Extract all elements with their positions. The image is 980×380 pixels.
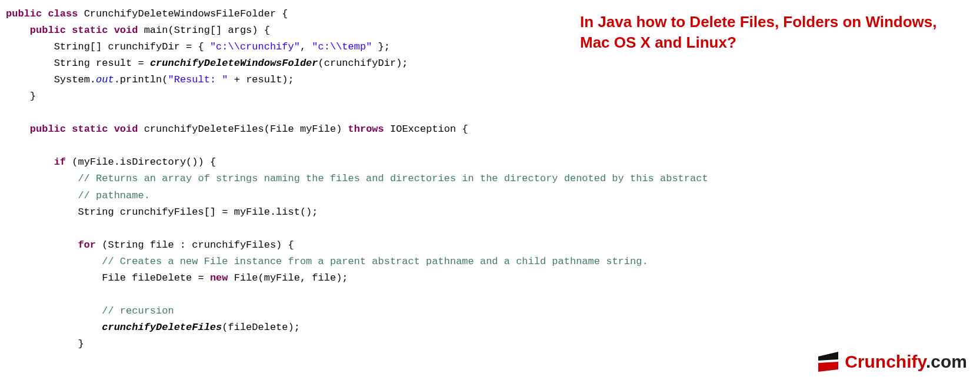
- keyword-static: static: [72, 25, 108, 36]
- keyword-for: for: [78, 239, 96, 251]
- comment-line: // Returns an array of strings naming th…: [78, 173, 708, 184]
- param-args: args: [228, 25, 252, 36]
- method-list: list: [276, 206, 300, 218]
- string-literal: "Result: ": [168, 74, 228, 85]
- page-title: In Java how to Delete Files, Folders on …: [580, 12, 962, 53]
- logo-suffix: .com: [926, 352, 967, 371]
- string-literal: "c:\\crunchify": [210, 41, 300, 52]
- logo-brand: Crunchify: [845, 352, 926, 371]
- var-crunchifyDir: crunchifyDir: [324, 58, 396, 69]
- var-result: result: [246, 74, 282, 85]
- comment-line: // recursion: [102, 305, 174, 316]
- var-crunchifyFiles: crunchifyFiles: [192, 239, 276, 251]
- keyword-if: if: [54, 156, 66, 168]
- var-fileDelete: fileDelete: [132, 272, 192, 284]
- method-call: crunchifyDeleteWindowsFolder: [150, 58, 318, 69]
- method-main: main: [144, 25, 168, 36]
- keyword-class: class: [48, 8, 78, 19]
- method-call: crunchifyDeleteFiles: [102, 322, 222, 333]
- type-file: File: [270, 124, 294, 135]
- var-fileDelete: fileDelete: [228, 322, 288, 333]
- keyword-public: public: [30, 124, 66, 135]
- comment-line: // pathname.: [78, 190, 149, 201]
- keyword-public: public: [6, 8, 42, 19]
- crunchify-logo-icon: [816, 352, 840, 372]
- type-file: File: [234, 272, 258, 284]
- class-name: CrunchifyDeleteWindowsFileFolder: [84, 8, 276, 19]
- keyword-void: void: [114, 124, 138, 135]
- var-crunchifyDir: crunchifyDir: [108, 41, 179, 52]
- field-out: out: [96, 74, 114, 85]
- type-string: String: [54, 58, 90, 69]
- type-string: String: [78, 206, 114, 218]
- type-string-arr: String[]: [174, 25, 222, 36]
- var-result: result: [96, 58, 132, 69]
- method-crunchifyDeleteFiles: crunchifyDeleteFiles: [144, 124, 264, 135]
- var-myFile: myFile: [234, 206, 270, 218]
- type-file: File: [102, 272, 126, 284]
- keyword-new: new: [210, 272, 228, 284]
- logo-text: Crunchify.com: [845, 352, 967, 372]
- string-literal: "c:\\temp": [312, 41, 372, 52]
- type-string-arr: String[]: [54, 41, 102, 52]
- type-string: String: [108, 239, 144, 251]
- method-isDirectory: isDirectory: [120, 156, 186, 168]
- keyword-throws: throws: [348, 124, 384, 135]
- keyword-static: static: [72, 124, 108, 135]
- var-file: file: [150, 239, 174, 251]
- var-file: file: [312, 272, 336, 284]
- type-ioexception: IOException: [390, 124, 456, 135]
- comment-line: // Creates a new File instance from a pa…: [102, 256, 648, 267]
- method-println: println: [120, 74, 162, 85]
- code-block: public class CrunchifyDeleteWindowsFileF…: [6, 6, 974, 352]
- class-system: System: [54, 74, 90, 85]
- var-myFile: myFile: [78, 156, 114, 168]
- var-myFile: myFile: [264, 272, 300, 284]
- keyword-public: public: [30, 25, 66, 36]
- logo: Crunchify.com: [816, 352, 967, 372]
- var-crunchifyFiles: crunchifyFiles: [120, 206, 204, 218]
- param-myFile: myFile: [300, 124, 336, 135]
- keyword-void: void: [114, 25, 138, 36]
